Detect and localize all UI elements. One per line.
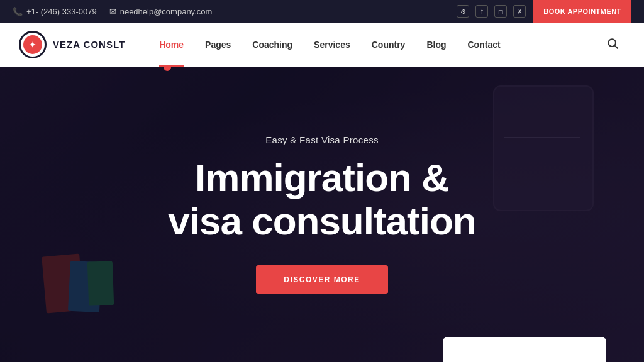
logo-inner-circle: ✦ bbox=[23, 35, 42, 54]
email-icon: ✉ bbox=[109, 7, 116, 16]
topbar-contacts: 📞 +1- (246) 333-0079 ✉ needhelp@company.… bbox=[13, 7, 212, 16]
topbar-right: ⚙ f ◻ ✗ BOOK APPOINTMENT bbox=[457, 0, 631, 23]
logo-text: VEZA CONSLT bbox=[53, 39, 125, 50]
phone-icon: 📞 bbox=[13, 7, 23, 16]
hero-section: Easy & Fast Visa Process Immigration & v… bbox=[0, 67, 644, 362]
book-appointment-button[interactable]: BOOK APPOINTMENT bbox=[533, 0, 631, 23]
nav-item-contact[interactable]: Contact bbox=[459, 23, 509, 67]
search-button[interactable] bbox=[600, 31, 625, 58]
social-icon-gear[interactable]: ⚙ bbox=[457, 5, 469, 18]
hero-title: Immigration & visa consultation bbox=[168, 156, 475, 242]
nav-item-country[interactable]: Country bbox=[363, 23, 414, 67]
search-icon bbox=[606, 37, 619, 50]
social-icons-group: ⚙ f ◻ ✗ bbox=[457, 5, 526, 18]
nav-item-blog[interactable]: Blog bbox=[418, 23, 455, 67]
header: ✦ VEZA CONSLT Home Pages Coaching Servic… bbox=[0, 23, 644, 67]
discover-more-button[interactable]: DISCOVER MORE bbox=[256, 265, 388, 294]
logo-icon: ✦ bbox=[19, 31, 47, 58]
hero-title-line1: Immigration & bbox=[195, 156, 449, 199]
main-nav: Home Pages Coaching Services Country Blo… bbox=[150, 23, 600, 67]
nav-item-home[interactable]: Home bbox=[150, 23, 192, 67]
phone-contact: 📞 +1- (246) 333-0079 bbox=[13, 7, 97, 16]
social-icon-twitter[interactable]: ✗ bbox=[513, 5, 526, 18]
hero-subtitle: Easy & Fast Visa Process bbox=[265, 134, 379, 145]
logo-star-icon: ✦ bbox=[29, 40, 36, 50]
email-address: needhelp@company.com bbox=[120, 7, 213, 16]
topbar: 📞 +1- (246) 333-0079 ✉ needhelp@company.… bbox=[0, 0, 644, 23]
bottom-card-hint bbox=[443, 337, 606, 362]
hero-title-line2: visa consultation bbox=[168, 199, 475, 243]
svg-line-1 bbox=[615, 46, 618, 49]
svg-point-0 bbox=[608, 39, 616, 47]
phone-number: +1- (246) 333-0079 bbox=[26, 7, 97, 16]
social-icon-facebook[interactable]: f bbox=[475, 5, 488, 18]
logo[interactable]: ✦ VEZA CONSLT bbox=[19, 31, 125, 58]
nav-item-coaching[interactable]: Coaching bbox=[243, 23, 301, 67]
hero-content: Easy & Fast Visa Process Immigration & v… bbox=[0, 67, 644, 362]
social-icon-instagram[interactable]: ◻ bbox=[494, 5, 507, 18]
email-contact: ✉ needhelp@company.com bbox=[109, 7, 213, 16]
nav-item-pages[interactable]: Pages bbox=[196, 23, 240, 67]
nav-item-services[interactable]: Services bbox=[305, 23, 359, 67]
